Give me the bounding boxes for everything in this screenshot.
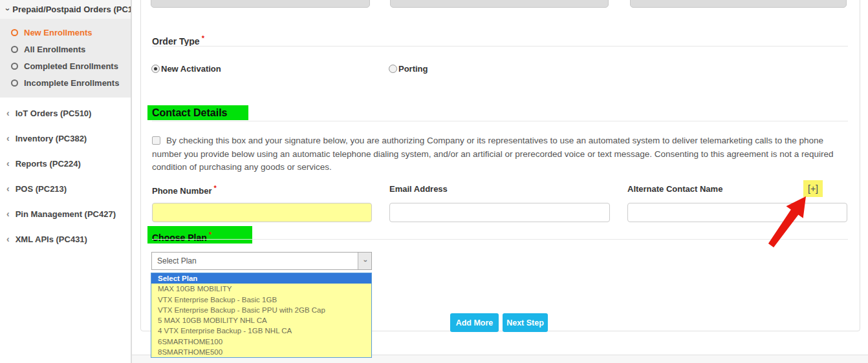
required-asterisk: * [209,231,212,238]
sidebar: ‹ Prepaid/Postpaid Orders (PC109 New Enr… [0,0,131,363]
chevron-left-icon: ‹ [6,183,10,194]
required-asterisk: * [213,184,216,192]
radio-unselected-icon [389,65,397,73]
sidebar-item-label: New Enrollments [24,28,92,37]
sidebar-item-label: Completed Enrollments [24,61,118,71]
radio-circle-icon [11,46,18,53]
contact-details-heading: Contact Details [147,105,248,120]
order-type-heading: Order Type* [152,34,204,47]
choose-plan-heading: Choose Plan* [147,226,252,244]
phone-number-input[interactable] [152,203,372,222]
plan-option[interactable]: Select Plan [151,273,371,284]
sidebar-item-label: IoT Orders (PC510) [16,109,92,118]
select-arrow-button[interactable]: ‹ [358,253,371,269]
sidebar-group-label: Prepaid/Postpaid Orders (PC109 [12,5,131,14]
sidebar-item-reports[interactable]: ‹ Reports (PC224) [6,158,131,169]
plan-option[interactable]: 6SMARTHOME100 [151,337,371,347]
plan-option[interactable]: VTX Enterprise Backup - Basic PPU with 2… [151,305,371,315]
sidebar-item-label: Incomplete Enrollments [24,78,119,88]
next-step-button[interactable]: Next Step [503,313,548,332]
sidebar-item-label: Reports (PC224) [16,159,81,169]
chevron-left-icon: ‹ [6,158,10,169]
top-field-1[interactable] [151,0,370,8]
sidebar-item-new-enrollments[interactable]: New Enrollments [0,24,131,41]
consent-paragraph: By checking this box and your signature … [152,134,849,174]
top-field-2[interactable] [390,0,609,8]
sidebar-item-label: Inventory (PC382) [16,134,87,143]
order-type-heading-text: Order Type [152,36,200,47]
plan-option[interactable]: 5 MAX 10GB MOBILITY NHL CA [151,315,371,326]
phone-number-label: Phone Number* [152,184,217,196]
sidebar-item-iot-orders[interactable]: ‹ IoT Orders (PC510) [6,108,131,118]
email-address-input[interactable] [389,203,610,222]
sidebar-group-prepaid-postpaid-orders[interactable]: ‹ Prepaid/Postpaid Orders (PC109 [0,0,131,19]
alternate-contact-name-label: Alternate Contact Name [627,184,722,194]
choose-plan-dropdown: Select Plan MAX 10GB MOBILITY VTX Enterp… [151,273,372,358]
chevron-left-icon: ‹ [6,209,10,219]
choose-plan-heading-highlight: Choose Plan* [147,226,252,244]
sidebar-item-xml-apis[interactable]: ‹ XML APIs (PC431) [6,234,131,244]
sidebar-item-label: POS (PC213) [16,184,67,194]
radio-label: Porting [398,64,428,74]
sidebar-item-incomplete-enrollments[interactable]: Incomplete Enrollments [0,74,131,91]
radio-circle-icon [11,63,18,70]
email-address-label: Email Address [389,184,448,194]
sidebar-item-pin-management[interactable]: ‹ Pin Management (PC427) [6,209,131,219]
sidebar-item-label: All Enrollments [24,45,85,54]
radio-new-activation[interactable]: New Activation [151,64,221,74]
consent-text: By checking this box and your signature … [152,136,834,172]
sidebar-item-all-enrollments[interactable]: All Enrollments [0,41,131,57]
sidebar-item-completed-enrollments[interactable]: Completed Enrollments [0,57,131,74]
contact-details-heading-highlight: Contact Details [147,105,248,120]
required-asterisk: * [202,34,204,42]
plan-option[interactable]: 8SMARTHOME500 [151,347,371,357]
chevron-left-icon: ‹ [6,234,10,244]
chevron-down-icon: ‹ [2,8,12,10]
plan-option[interactable]: MAX 10GB MOBILITY [151,284,371,294]
consent-checkbox[interactable] [152,136,160,145]
radio-porting[interactable]: Porting [389,64,428,74]
plan-option[interactable]: 4 VTX Enterprise Backup - 1GB NHL CA [151,326,371,336]
sidebar-item-label: Pin Management (PC427) [16,209,116,219]
sidebar-item-label: XML APIs (PC431) [16,234,87,244]
radio-circle-icon [11,29,18,36]
choose-plan-heading-text: Choose Plan [152,233,207,243]
section-divider [152,239,848,240]
radio-selected-icon [151,65,160,73]
choose-plan-select[interactable]: Select Plan ‹ [151,252,372,270]
annotation-arrow-icon [762,194,812,249]
top-field-3[interactable] [630,0,847,8]
chevron-left-icon: ‹ [6,108,10,118]
alternate-contact-name-input[interactable] [627,203,847,222]
sidebar-submenu: New Enrollments All Enrollments Complete… [0,19,131,98]
section-divider [152,46,848,47]
radio-label: New Activation [161,64,221,74]
choose-plan-selected-value: Select Plan [152,256,358,265]
phone-number-label-text: Phone Number [152,186,212,196]
sidebar-item-inventory[interactable]: ‹ Inventory (PC382) [6,133,131,143]
sidebar-item-pos[interactable]: ‹ POS (PC213) [6,183,131,194]
chevron-left-icon: ‹ [6,133,10,143]
section-divider [152,121,848,121]
plan-option[interactable]: VTX Enterprise Backup - Basic 1GB [151,295,371,305]
chevron-down-icon: ‹ [361,260,369,262]
radio-circle-icon [11,79,18,87]
sidebar-collapsed-groups: ‹ IoT Orders (PC510) ‹ Inventory (PC382)… [0,98,131,244]
add-more-button[interactable]: Add More [450,313,499,332]
